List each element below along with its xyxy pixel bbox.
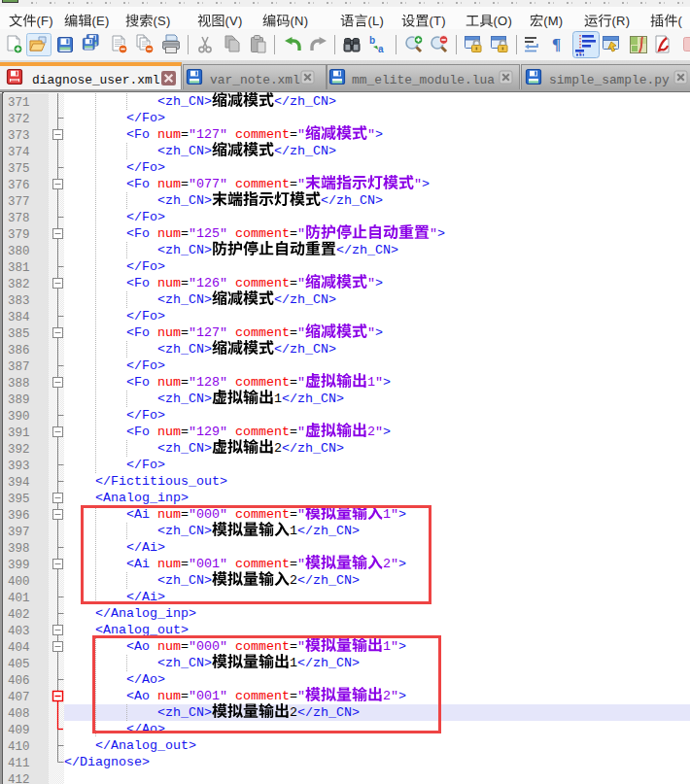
svg-text:b: b: [369, 35, 375, 46]
svg-text:a: a: [378, 44, 384, 54]
svg-text:¶: ¶: [552, 35, 561, 53]
